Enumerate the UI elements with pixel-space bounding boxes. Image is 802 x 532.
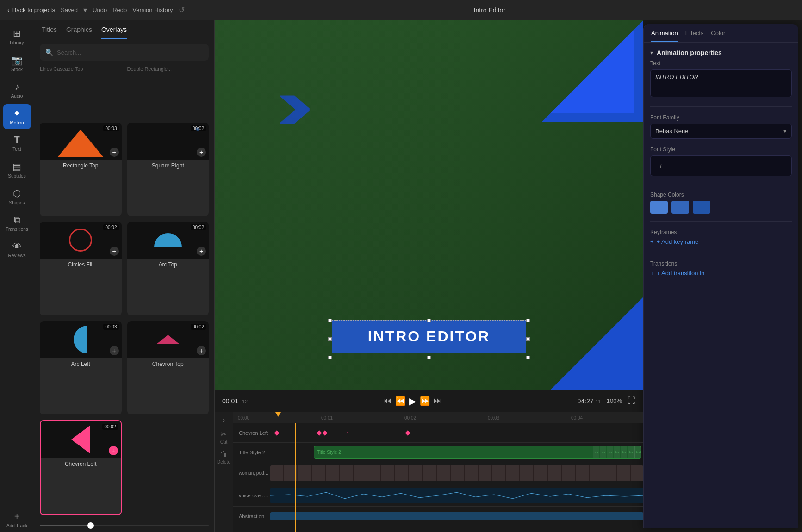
overlay-card-chevron-top[interactable]: 00:02 + Chevron Top — [127, 321, 209, 414]
play-button[interactable]: ▶ — [409, 396, 416, 407]
frame-back-button[interactable]: ⏪ — [395, 396, 405, 406]
divider-2 — [650, 184, 792, 184]
transitions-icon: ⧉ — [14, 215, 20, 225]
right-tab-color[interactable]: Color — [711, 30, 725, 42]
overlay-add-sq-right[interactable]: + — [197, 148, 206, 157]
right-tab-animation[interactable]: Animation — [651, 30, 678, 42]
overlay-name-chevron-left: Chevron Left — [41, 458, 121, 470]
overlay-card-arc-left[interactable]: 00:03 + Arc Left — [40, 321, 122, 414]
overlay-add-rect-top[interactable]: + — [110, 148, 119, 157]
expand-button[interactable]: › — [223, 416, 225, 424]
text-property-input[interactable]: INTRO EDITOR — [650, 69, 792, 97]
color-swatch-2[interactable] — [671, 201, 689, 214]
overlay-time-circles: 00:02 — [103, 224, 118, 230]
font-family-section: Font Family Bebas Neue ▾ — [650, 114, 792, 139]
title-track-block[interactable]: Title Style 2 insert text here insert te… — [314, 446, 641, 459]
audio-waveform — [270, 491, 643, 500]
color-swatches — [650, 201, 792, 214]
title-mark-3: insert text here — [607, 446, 613, 458]
text-property-label: Text — [650, 60, 792, 67]
sidebar-label-text: Text — [12, 147, 21, 152]
total-time-val: 04:27 — [578, 397, 594, 405]
overlay-name-rect-top: Rectangle Top — [40, 160, 122, 172]
shapes-icon: ⬡ — [13, 188, 21, 199]
font-family-select[interactable]: Bebas Neue ▾ — [650, 124, 792, 139]
color-swatch-3[interactable] — [693, 201, 710, 214]
slider-track[interactable] — [40, 525, 209, 526]
sidebar-item-stock[interactable]: 📷 Stock — [3, 51, 31, 76]
ruler-mark-0: 00:00 — [238, 415, 249, 421]
text-icon: T — [14, 135, 19, 145]
overlay-card-rect-top[interactable]: 00:03 + Rectangle Top — [40, 123, 122, 216]
sidebar-item-subtitles[interactable]: ▤ Subtitles — [3, 157, 31, 182]
skip-to-end-button[interactable]: ⏭ — [434, 396, 442, 406]
search-bar[interactable]: 🔍 — [40, 44, 209, 61]
skip-to-start-button[interactable]: ⏮ — [383, 396, 392, 406]
sidebar-label-subtitles: Subtitles — [8, 173, 25, 179]
shape-colors-section: Shape Colors — [650, 192, 792, 214]
overlay-thumb-sq-right: 00:02 + — [127, 123, 209, 160]
sidebar-item-motion[interactable]: ✦ Motion — [3, 104, 31, 129]
track-content-audio — [270, 484, 643, 506]
overlay-time-chevron-left: 00:02 — [102, 424, 118, 430]
title-inner-marks: insert text here insert text here insert… — [593, 446, 641, 458]
right-panel: Animation Effects Color ▾ Animation prop… — [643, 24, 798, 528]
track-content-abstraction — [270, 507, 643, 526]
tab-titles[interactable]: Titles — [42, 26, 57, 39]
chevron-marker-3 — [322, 430, 327, 435]
chevron-marker-4 — [405, 430, 410, 435]
title-block-label: Title Style 2 — [317, 450, 341, 455]
overlay-add-chevron-top[interactable]: + — [197, 346, 206, 355]
sidebar-item-transitions[interactable]: ⧉ Transitions — [3, 211, 31, 235]
current-time: 00:01 12 — [222, 397, 248, 405]
add-keyframe-button[interactable]: + + Add keyframe — [650, 238, 792, 245]
redo-button[interactable]: Redo — [112, 6, 127, 13]
chevron-marker-2 — [317, 430, 322, 435]
divider-4 — [650, 253, 792, 253]
sidebar-label-audio: Audio — [11, 93, 23, 99]
color-swatch-1[interactable] — [650, 201, 668, 214]
audio-track-block[interactable] — [270, 488, 643, 503]
sidebar-item-text[interactable]: T Text — [3, 131, 31, 155]
frame-forward-button[interactable]: ⏩ — [420, 396, 430, 406]
sidebar-item-reviews[interactable]: 👁 Reviews — [3, 237, 31, 262]
sidebar-item-add-track[interactable]: + Add Track — [3, 507, 31, 532]
overlay-card-chevron-left[interactable]: 00:02 + Chevron Left — [40, 420, 122, 515]
back-button[interactable]: ‹ Back to projects — [7, 6, 55, 14]
sidebar-item-shapes[interactable]: ⬡ Shapes — [3, 184, 31, 209]
transport-controls: ⏮ ⏪ ▶ ⏩ ⏭ — [253, 396, 572, 407]
add-transition-button[interactable]: + + Add transition in — [650, 270, 792, 277]
saved-dropdown-icon[interactable]: ▾ — [83, 6, 87, 14]
fullscreen-button[interactable]: ⛶ — [628, 396, 636, 406]
font-style-select[interactable]: I — [650, 155, 792, 176]
right-tab-effects[interactable]: Effects — [685, 30, 704, 42]
video-track-block[interactable] — [270, 465, 643, 481]
search-input[interactable] — [57, 49, 203, 56]
section-chevron-icon: ▾ — [650, 49, 653, 56]
overlay-name-circles: Circles Fill — [40, 259, 122, 271]
overlay-add-circles[interactable]: + — [110, 247, 119, 256]
add-transition-icon: + — [650, 270, 654, 277]
track-label-abstraction: Abstraction — [233, 513, 270, 519]
abstraction-track-block[interactable] — [270, 512, 643, 520]
tab-graphics[interactable]: Graphics — [66, 26, 92, 39]
overlay-card-arc-top[interactable]: 00:02 + Arc Top — [127, 222, 209, 315]
keyframes-label: Keyframes — [650, 229, 792, 235]
transport-bar: 00:01 12 ⏮ ⏪ ▶ ⏩ ⏭ 04:27 11 100% ⛶ — [215, 390, 643, 412]
overlay-card-circles[interactable]: 00:02 + Circles Fill — [40, 222, 122, 315]
version-history-button[interactable]: Version History — [132, 6, 173, 13]
sidebar-item-audio[interactable]: ♪ Audio — [3, 78, 31, 102]
overlay-add-arc-top[interactable]: + — [197, 247, 206, 256]
overlay-add-arc-left[interactable]: + — [110, 346, 119, 355]
video-background: › INTRO EDITOR — [215, 20, 643, 390]
tab-overlays[interactable]: Overlays — [101, 26, 127, 39]
slider-thumb[interactable] — [87, 522, 94, 529]
delete-button[interactable]: 🗑 Delete — [217, 450, 230, 464]
undo-button[interactable]: Undo — [93, 6, 107, 13]
overlay-add-chevron-left[interactable]: + — [109, 446, 118, 455]
current-time-val: 00:01 — [222, 397, 238, 405]
overlay-card-sq-right[interactable]: 00:02 + Square Right — [127, 123, 209, 216]
cut-button[interactable]: ✂ Cut — [220, 430, 228, 445]
right-panel-content: ▾ Animation properties Text INTRO EDITOR… — [644, 43, 798, 528]
sidebar-item-library[interactable]: ⊞ Library — [3, 24, 31, 49]
